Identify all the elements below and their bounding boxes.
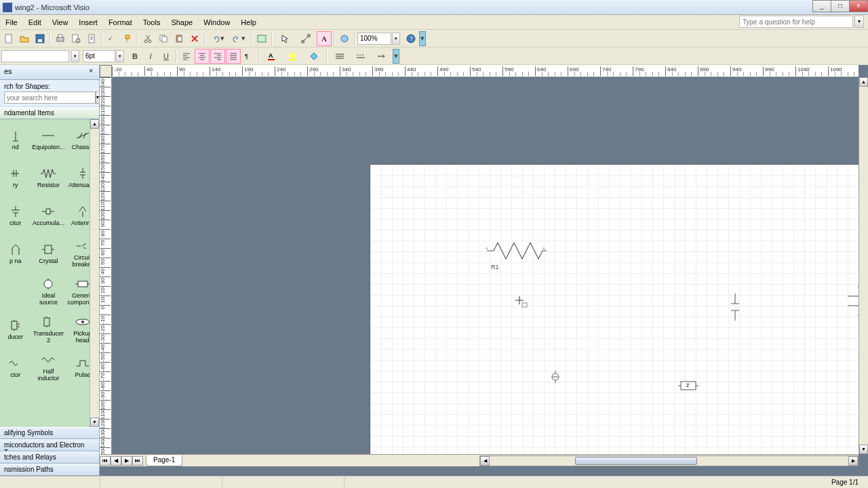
zoom-dropdown[interactable]: ▾ (392, 33, 400, 45)
highlight-button[interactable] (283, 49, 303, 64)
shape-stencil-item[interactable]: Accumula... (31, 197, 66, 235)
scroll-down-icon[interactable]: ▼ (859, 445, 868, 454)
shapes-category[interactable]: alifying Symbols (0, 427, 99, 439)
shapes-scrollbar[interactable]: ▲ ▼ (90, 119, 99, 427)
shape-stencil-item[interactable]: Transducer 2 (31, 310, 66, 348)
ideal-source-shape[interactable] (551, 371, 560, 386)
research-icon[interactable] (84, 31, 99, 46)
undo-icon[interactable]: ▾ (208, 31, 228, 46)
vertical-scrollbar[interactable]: ▲ ▼ (859, 77, 868, 454)
menu-edit[interactable]: Edit (23, 17, 47, 28)
menu-format[interactable]: Format (103, 17, 138, 28)
ink-tool-icon[interactable] (337, 31, 352, 46)
bold-button[interactable]: B (127, 49, 142, 64)
prev-page-button[interactable]: ◀ (111, 456, 121, 466)
shape-stencil-item[interactable]: Resistor (31, 159, 66, 197)
toolbar2-options-icon[interactable]: ▾ (393, 49, 399, 64)
font-name-dropdown[interactable]: ▾ (71, 50, 79, 62)
shapes-search-input[interactable] (4, 92, 96, 104)
menu-insert[interactable]: Insert (73, 17, 103, 28)
font-size-input[interactable] (83, 50, 115, 62)
help-dropdown[interactable]: ▾ (854, 16, 864, 28)
shape-stencil-item[interactable]: Crystal (31, 235, 66, 272)
open-icon[interactable] (17, 31, 32, 46)
help-icon[interactable]: ? (403, 31, 418, 46)
last-page-button[interactable]: ⏭ (132, 456, 143, 466)
menu-tools[interactable]: Tools (138, 17, 166, 28)
shape-stencil-item[interactable]: ducer (0, 310, 31, 348)
shape-stencil-item[interactable] (0, 272, 31, 310)
delete-icon[interactable] (187, 31, 202, 46)
shapes-category[interactable]: nsmission Paths (0, 464, 99, 476)
shapes-category[interactable]: tches and Relays (0, 451, 99, 464)
align-right-button[interactable] (210, 49, 225, 64)
text-direction-button[interactable]: ¶ (241, 49, 256, 64)
shape-stencil-item[interactable]: Ideal source (31, 272, 66, 310)
shape-stencil-item[interactable]: p na (0, 235, 31, 272)
scroll-up-icon[interactable]: ▲ (859, 77, 868, 87)
redo-icon[interactable]: ▾ (229, 31, 249, 46)
scroll-left-icon[interactable]: ◀ (480, 456, 490, 466)
fill-color-button[interactable] (304, 49, 324, 64)
shapes-panel-close-button[interactable]: × (87, 67, 95, 77)
shape-stencil-item[interactable]: Equipoten... (31, 121, 66, 159)
font-name-input[interactable] (1, 50, 69, 62)
horizontal-scrollbar[interactable]: ◀ ▶ (479, 455, 859, 466)
scroll-thumb[interactable] (575, 457, 697, 465)
shape-stencil-item[interactable]: ry (0, 159, 31, 197)
justify-button[interactable] (226, 49, 241, 64)
new-icon[interactable] (1, 31, 16, 46)
shape-window-icon[interactable] (254, 31, 269, 46)
print-preview-icon[interactable] (68, 31, 83, 46)
horizontal-ruler[interactable]: -104090140190240290340390440490540590640… (112, 65, 859, 77)
font-color-button[interactable]: A (262, 49, 282, 64)
shape-stencil-item[interactable]: Half inductor (31, 348, 66, 386)
menu-shape[interactable]: Shape (165, 17, 198, 28)
line-ends-button[interactable] (372, 49, 392, 64)
generic-component-shape[interactable]: z (678, 380, 698, 394)
drawing-page[interactable]: ×× R1 z (370, 164, 859, 454)
scroll-down-icon[interactable]: ▼ (90, 418, 99, 427)
menu-file[interactable]: File (0, 17, 23, 28)
connector-tool-icon[interactable] (296, 31, 316, 46)
format-painter-icon[interactable] (120, 31, 135, 46)
spelling-icon[interactable]: ✓ (104, 31, 119, 46)
copy-icon[interactable] (156, 31, 171, 46)
toolbar-options-icon[interactable]: ▾ (419, 31, 426, 46)
resistor-shape[interactable]: ×× R1 (486, 241, 547, 270)
save-icon[interactable] (33, 31, 47, 46)
shape-stencil-item[interactable]: nd (0, 121, 31, 159)
capacitor-shape-2[interactable]: ×× (846, 284, 859, 321)
first-page-button[interactable]: ⏮ (100, 456, 111, 466)
italic-button[interactable]: I (143, 49, 158, 64)
paste-icon[interactable] (172, 31, 186, 46)
shapes-category[interactable]: miconductors and Electron T... (0, 439, 99, 451)
align-left-button[interactable] (179, 49, 194, 64)
capacitor-shape[interactable] (730, 293, 741, 323)
vertical-ruler[interactable]: 2402302202102001901801701601501401301201… (100, 77, 112, 454)
shape-stencil-item[interactable]: citor (0, 197, 31, 235)
cut-icon[interactable] (140, 31, 155, 46)
line-weight-button[interactable] (330, 49, 350, 64)
menu-help[interactable]: Help (235, 17, 262, 28)
help-search-input[interactable] (739, 16, 853, 28)
shapes-category-active[interactable]: ndamental Items (0, 107, 99, 119)
print-icon[interactable] (53, 31, 68, 46)
close-button[interactable]: × (849, 0, 868, 12)
text-tool-icon[interactable]: A (317, 31, 332, 46)
line-pattern-button[interactable] (351, 49, 371, 64)
viewport[interactable]: ×× R1 z (112, 77, 859, 454)
underline-button[interactable]: U (159, 49, 174, 64)
align-center-button[interactable] (195, 49, 210, 64)
minimize-button[interactable]: _ (812, 0, 831, 12)
page-tab[interactable]: Page-1 (146, 455, 182, 466)
scroll-right-icon[interactable]: ▶ (848, 456, 858, 466)
font-size-dropdown[interactable]: ▾ (116, 50, 124, 62)
next-page-button[interactable]: ▶ (121, 456, 132, 466)
menu-view[interactable]: View (47, 17, 74, 28)
shape-stencil-item[interactable]: ctor (0, 348, 31, 386)
scroll-up-icon[interactable]: ▲ (90, 119, 99, 129)
menu-window[interactable]: Window (198, 17, 235, 28)
zoom-input[interactable] (357, 33, 391, 45)
pointer-tool-icon[interactable] (275, 31, 295, 46)
